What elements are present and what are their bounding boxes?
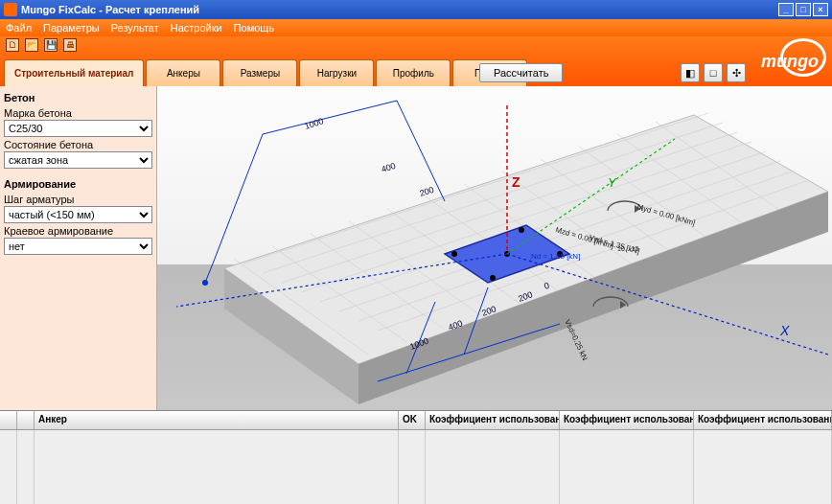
svg-line-38 [397,101,445,201]
select-rebar-step[interactable]: частый (<150 мм) [4,206,152,223]
grid-col-ok[interactable]: OK [399,411,426,429]
group-rebar-title: Армирование [4,174,152,192]
tab-strip: Строительный материал Анкеры Размеры Наг… [4,59,527,86]
select-concrete-state[interactable]: сжатая зона [4,151,152,169]
menu-bar: Файл Параметры Результат Настройки Помощ… [0,19,832,36]
svg-text:X: X [779,323,790,338]
window-titlebar: Mungo FixCalc - Расчет креплений _ □ × [0,0,832,19]
menu-result[interactable]: Результат [111,22,159,34]
svg-text:Z: Z [512,174,520,190]
svg-text:Nd = 1.35 [kN]: Nd = 1.35 [kN] [531,252,580,261]
tab-material[interactable]: Строительный материал [4,59,144,86]
calculate-button[interactable]: Рассчитать [479,63,563,82]
svg-point-24 [451,251,457,257]
view-button-3[interactable]: ✣ [727,63,746,82]
select-concrete-grade[interactable]: C25/30 [4,120,152,137]
svg-line-37 [263,101,397,134]
menu-params[interactable]: Параметры [43,22,100,34]
grid-col-blank1[interactable] [0,411,17,429]
window-title: Mungo FixCalc - Расчет креплений [21,4,199,15]
view-button-2[interactable]: □ [704,63,723,82]
grid-col-usage-n[interactable]: Коэффициент использования N [426,411,560,429]
select-edge-rebar[interactable]: нет [4,238,152,255]
brand-logo: mungo [780,38,826,82]
label-rebar-step: Шаг арматуры [4,192,152,206]
tab-loads[interactable]: Нагрузки [299,59,374,86]
menu-file[interactable]: Файл [6,22,32,34]
menu-help[interactable]: Помощь [234,22,275,34]
svg-point-25 [519,227,524,233]
open-icon[interactable]: 📂 [25,38,38,52]
label-concrete-state: Состояние бетона [4,137,152,151]
group-concrete-title: Бетон [4,88,152,105]
svg-point-27 [490,275,496,281]
save-icon[interactable]: 💾 [44,38,58,52]
menu-settings[interactable]: Настройки [171,22,222,34]
svg-line-36 [215,134,263,259]
tab-profile[interactable]: Профиль [376,59,451,86]
grid-col-usage-v[interactable]: Коэффициент использования V [560,411,694,429]
svg-text:10…15: 10…15 [617,245,639,252]
grid-col-usage-nv[interactable]: Коэффициент использования N+V [694,411,832,429]
close-button[interactable]: × [813,3,828,16]
side-panel: Бетон Марка бетона C25/30 Состояние бето… [0,86,157,410]
tab-anchors[interactable]: Анкеры [146,59,220,86]
label-edge-rebar: Краевое армирование [4,223,152,238]
view-button-1[interactable]: ◧ [681,63,700,82]
app-icon [4,3,17,16]
svg-text:400: 400 [381,161,397,174]
minimize-button[interactable]: _ [778,3,794,16]
maximize-button[interactable]: □ [796,3,811,16]
print-icon[interactable]: 🖶 [63,38,77,52]
svg-text:Vsd=0.25 kN: Vsd=0.25 kN [563,318,589,362]
grid-body[interactable] [0,430,832,504]
results-grid: Анкер OK Коэффициент использования N Коэ… [0,410,832,504]
svg-point-43 [202,280,208,286]
toolbar: 🗋 📂 💾 🖶 Строительный материал Анкеры Раз… [0,36,832,86]
grid-col-anchor[interactable]: Анкер [35,411,399,429]
svg-text:200: 200 [419,185,435,198]
tab-sizes[interactable]: Размеры [222,59,297,86]
svg-text:Y: Y [608,175,617,190]
grid-col-blank2[interactable] [17,411,35,429]
viewport-3d[interactable]: Z Y X 1000 400 200 1000 400 200 [157,86,832,410]
svg-text:1000: 1000 [304,116,325,131]
label-concrete-grade: Марка бетона [4,105,152,120]
svg-line-39 [205,259,215,283]
new-icon[interactable]: 🗋 [6,38,19,52]
